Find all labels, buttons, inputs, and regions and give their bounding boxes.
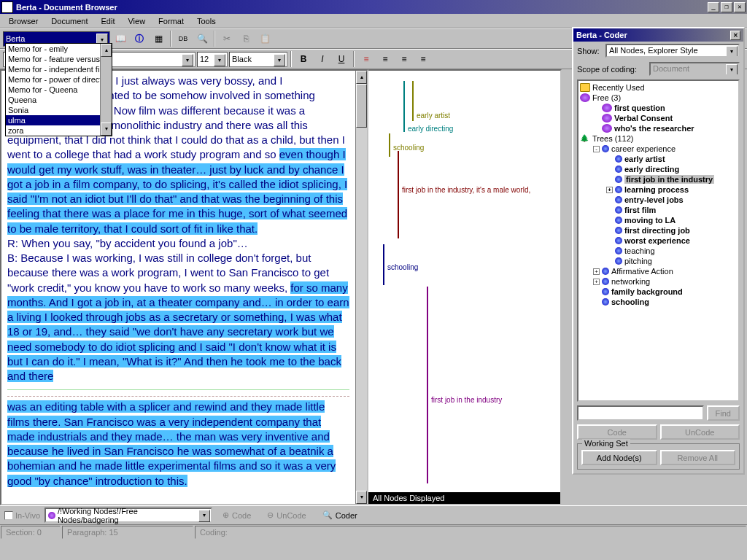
- remove-all-button[interactable]: Remove All: [660, 450, 736, 465]
- node-icon: [615, 186, 622, 193]
- coding-stripes-pane: early artist early directing schooling f…: [368, 69, 562, 505]
- tree-free[interactable]: Free (3): [580, 93, 737, 103]
- tree-node[interactable]: +Affirmative Action: [580, 266, 737, 276]
- tree-node[interactable]: who's the researcher: [580, 123, 737, 133]
- find-button[interactable]: Find: [707, 405, 740, 421]
- tree-node[interactable]: +learning process: [580, 184, 737, 195]
- tree-trees[interactable]: 🌲Trees (112): [580, 133, 737, 144]
- node-icon: [615, 155, 622, 163]
- tree-career[interactable]: -career experience: [580, 144, 737, 154]
- node-icon: [615, 237, 622, 244]
- paste-icon[interactable]: 📋: [256, 31, 274, 47]
- tree-node[interactable]: moving to LA: [580, 215, 737, 225]
- align-justify-icon[interactable]: ≡: [414, 51, 432, 68]
- menu-browser[interactable]: Browser: [3, 15, 44, 27]
- menu-edit[interactable]: Edit: [95, 15, 120, 27]
- document-dropdown-list[interactable]: Memo for - emily Memo for - feature vers…: [5, 43, 112, 136]
- tree-node-selected[interactable]: first job in the industry: [580, 174, 737, 184]
- scrollbar-thumb[interactable]: [356, 84, 367, 128]
- stripe-early-directing[interactable]: early directing: [403, 81, 453, 132]
- code-button-bottom[interactable]: ⊕Code: [217, 509, 257, 521]
- node-icon: [602, 114, 612, 122]
- tree-node[interactable]: entry-level jobs: [580, 195, 737, 205]
- node-icon: [602, 104, 612, 112]
- dd-item[interactable]: Memo for - emily: [6, 44, 112, 54]
- align-right-icon[interactable]: ≡: [395, 51, 413, 68]
- node-tree[interactable]: Recently Used Free (3) first question Ve…: [577, 79, 740, 402]
- dd-item[interactable]: Memo for - power of director: [6, 74, 112, 85]
- color-combo[interactable]: Black: [229, 52, 287, 67]
- stripe-schooling-2[interactable]: schooling: [383, 244, 418, 285]
- tree-node[interactable]: teaching: [580, 246, 737, 256]
- tree-node[interactable]: early directing: [580, 164, 737, 174]
- menu-format[interactable]: Format: [152, 15, 190, 27]
- dd-item[interactable]: Sonia: [6, 105, 112, 115]
- tree-node[interactable]: family background: [580, 287, 737, 297]
- coder-search-input[interactable]: [577, 405, 704, 421]
- stripe-first-job-male[interactable]: first job in the industry, it's a male w…: [398, 151, 530, 238]
- dd-item[interactable]: Queena: [6, 95, 112, 105]
- font-combo[interactable]: [106, 52, 196, 67]
- tree-node[interactable]: pitching: [580, 256, 737, 266]
- code-button[interactable]: Code: [577, 424, 657, 440]
- tree-recently-used[interactable]: Recently Used: [580, 82, 737, 93]
- dd-item-selected[interactable]: ulma: [6, 115, 112, 125]
- bold-icon[interactable]: B: [295, 51, 312, 68]
- size-combo[interactable]: 12: [197, 52, 228, 67]
- show-combo[interactable]: All Nodes, Explorer Style: [605, 44, 740, 58]
- tree-node[interactable]: +networking: [580, 276, 737, 287]
- node-icon: [615, 176, 622, 183]
- expand-icon[interactable]: +: [593, 279, 600, 285]
- align-center-icon[interactable]: ≡: [376, 51, 394, 68]
- node-icon: [602, 268, 609, 275]
- node-icon: [602, 124, 612, 133]
- close-button[interactable]: ✕: [734, 2, 746, 12]
- node-icon: [602, 278, 609, 285]
- node-path-combo[interactable]: /!Working Nodes!/Free Nodes/badgering: [44, 508, 212, 523]
- uncode-button-bottom[interactable]: ⊖UnCode: [261, 509, 311, 521]
- dd-item[interactable]: zora: [6, 125, 112, 136]
- dd-item[interactable]: Memo for - Queena: [6, 85, 112, 95]
- uncode-button[interactable]: UnCode: [660, 424, 740, 440]
- coder-close-button[interactable]: ✕: [730, 31, 740, 40]
- db-icon[interactable]: DB: [174, 31, 192, 47]
- tree-node[interactable]: first directing job: [580, 225, 737, 236]
- find-icon[interactable]: 🔍: [193, 31, 211, 47]
- collapse-icon[interactable]: -: [593, 146, 600, 152]
- document-scrollbar[interactable]: [355, 71, 367, 504]
- minimize-button[interactable]: _: [708, 2, 719, 12]
- align-left-icon[interactable]: ≡: [357, 51, 375, 68]
- tree-node[interactable]: worst experience: [580, 236, 737, 246]
- stripe-first-job[interactable]: first job in the industry: [427, 287, 502, 483]
- tree-node[interactable]: Verbal Consent: [580, 113, 737, 123]
- grid-icon[interactable]: ▦: [150, 31, 167, 47]
- tree-node[interactable]: schooling: [580, 297, 737, 307]
- copy-icon[interactable]: ⎘: [237, 31, 255, 47]
- tree-node[interactable]: first film: [580, 205, 737, 215]
- dropdown-scrollbar[interactable]: [100, 44, 112, 136]
- add-nodes-button[interactable]: Add Node(s): [581, 450, 657, 465]
- coder-titlebar[interactable]: Berta - Coder ✕: [573, 28, 743, 42]
- expand-icon[interactable]: +: [593, 268, 600, 275]
- uncode-icon: ⊖: [267, 510, 274, 520]
- dd-item[interactable]: Memo for - feature versus te: [6, 54, 112, 64]
- cut-icon[interactable]: ✂: [218, 31, 236, 47]
- underline-icon[interactable]: U: [333, 51, 350, 68]
- dd-item[interactable]: Memo for - independent film: [6, 64, 112, 74]
- tree-node[interactable]: early artist: [580, 154, 737, 164]
- coder-button-bottom[interactable]: 🔍Coder: [317, 509, 363, 521]
- status-coding: Coding:: [195, 526, 746, 539]
- globe-icon: [580, 93, 590, 102]
- tree-node[interactable]: first question: [580, 103, 737, 113]
- info-icon[interactable]: ⓘ: [131, 31, 148, 47]
- book-icon[interactable]: 📖: [112, 31, 129, 47]
- expand-icon[interactable]: +: [606, 187, 613, 193]
- menu-document[interactable]: Document: [45, 15, 93, 27]
- invivo-checkbox[interactable]: In-Vivo: [4, 511, 40, 520]
- node-icon: [615, 257, 622, 265]
- status-paragraph: Paragraph: 15: [62, 526, 193, 539]
- menu-view[interactable]: View: [122, 15, 151, 27]
- maximize-button[interactable]: ❐: [721, 2, 732, 12]
- menu-tools[interactable]: Tools: [191, 15, 222, 27]
- italic-icon[interactable]: I: [314, 51, 331, 68]
